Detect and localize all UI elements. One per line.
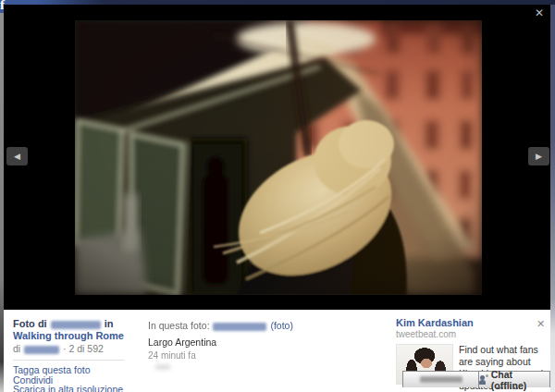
divider [13, 360, 124, 361]
photo-lightbox: ✕ [4, 5, 550, 392]
photo-byline: di · 2 di 592 [13, 343, 141, 354]
chat-person-icon [479, 374, 488, 385]
download-hires-link[interactable]: Scarica in alta risoluzione [13, 384, 123, 392]
next-arrow-icon: ▶ [536, 152, 542, 161]
byline-prefix: di [13, 343, 20, 354]
byline-separator: · [63, 343, 67, 354]
chat-bar: Chat (offline) [402, 371, 550, 387]
redacted-group-tab-label [420, 376, 462, 383]
photo-image[interactable] [75, 20, 482, 295]
title-prefix: Foto di [13, 318, 47, 329]
redacted-tagged-name[interactable] [213, 323, 266, 331]
ad-close-icon[interactable]: ✕ [536, 318, 545, 330]
next-photo-button[interactable]: ▶ [528, 147, 549, 165]
photo-position: 2 di 592 [68, 343, 103, 354]
photo-actions: Tagga questa foto Condividi Scarica in a… [13, 365, 141, 392]
photo-meta-column: Foto di in Walking through Rome di · 2 d… [13, 318, 141, 392]
faint-icon-remnant [155, 364, 170, 370]
group-chat-tab[interactable] [402, 371, 478, 387]
prev-arrow-icon: ◀ [14, 152, 20, 161]
chat-offline-tab[interactable]: Chat (offline) [478, 371, 550, 387]
location-label: Largo Argentina [148, 337, 314, 348]
photo-title: Foto di in Walking through Rome [13, 318, 141, 342]
redacted-uploader-name[interactable] [24, 346, 59, 354]
chat-offline-label: Chat (offline) [491, 369, 549, 391]
previous-photo-button[interactable]: ◀ [6, 147, 28, 165]
action-item: Scarica in alta risoluzione [13, 385, 141, 392]
album-link[interactable]: Walking through Rome [13, 330, 124, 341]
close-icon[interactable]: ✕ [532, 6, 547, 19]
photo-artwork [75, 20, 482, 295]
timestamp: 24 minuti fa [148, 350, 314, 361]
tagged-photo-link[interactable]: (foto) [270, 320, 293, 331]
ad-title-link[interactable]: Kim Kardashian [396, 317, 474, 328]
tagged-label: In questa foto: [148, 320, 210, 331]
page-edge-right [550, 5, 555, 392]
redacted-owner-name[interactable] [51, 321, 101, 329]
tagged-in-photo: In questa foto: (foto) [148, 320, 314, 331]
ad-domain: tweetbeat.com [396, 329, 544, 339]
photo-tag-column: In questa foto: (foto) Largo Argentina 2… [148, 320, 314, 370]
title-connector: in [105, 318, 114, 329]
